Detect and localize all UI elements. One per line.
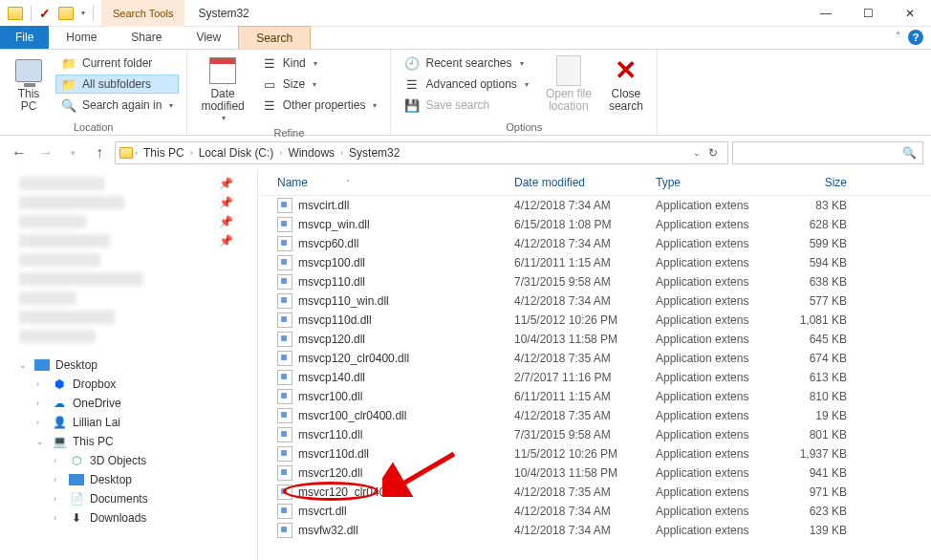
tab-home[interactable]: Home: [49, 26, 114, 49]
size-button[interactable]: ▭ Size ▾: [256, 75, 383, 94]
dll-file-icon: [277, 523, 292, 538]
chevron-down-icon: ▾: [313, 80, 316, 89]
column-header-date[interactable]: Date modified: [514, 176, 656, 189]
tab-search[interactable]: Search: [238, 26, 311, 49]
expand-icon[interactable]: ›: [36, 398, 46, 408]
advanced-options-button[interactable]: ☰ Advanced options ▾: [399, 75, 533, 94]
kind-button[interactable]: ☰ Kind ▾: [256, 54, 383, 73]
column-header-type[interactable]: Type: [656, 176, 770, 189]
expand-icon[interactable]: ⌄: [19, 360, 29, 370]
nav-downloads[interactable]: ›⬇Downloads: [0, 508, 257, 528]
file-row[interactable]: msvcirt.dll4/12/2018 7:34 AMApplication …: [258, 196, 931, 215]
pc-icon: [15, 59, 42, 82]
column-header-name[interactable]: Name˄: [277, 176, 514, 189]
file-row[interactable]: msvcp110.dll7/31/2015 9:58 AMApplication…: [258, 272, 931, 291]
back-button[interactable]: ←: [8, 141, 31, 164]
history-dropdown-icon[interactable]: ⌄: [693, 148, 701, 158]
window-title: System32: [184, 7, 262, 20]
address-bar[interactable]: › This PC › Local Disk (C:) › Windows › …: [115, 141, 728, 164]
file-row[interactable]: msvcp140.dll2/7/2017 11:16 PMApplication…: [258, 368, 931, 387]
quick-access-item[interactable]: [0, 289, 257, 308]
close-button[interactable]: ✕: [889, 0, 931, 27]
new-folder-icon[interactable]: [58, 7, 74, 20]
file-row[interactable]: msvcr120_clr0400.dll4/12/2018 7:35 AMApp…: [258, 483, 931, 502]
file-size: 674 KB: [770, 352, 847, 365]
folder-icon[interactable]: [8, 7, 23, 20]
recent-locations-dropdown[interactable]: ▾: [61, 141, 84, 164]
ribbon-collapse-icon[interactable]: ˄: [896, 31, 900, 41]
date-modified-button[interactable]: Date modified ▾: [195, 54, 249, 125]
other-properties-button[interactable]: ☰ Other properties ▾: [256, 96, 383, 115]
nav-documents[interactable]: ›📄Documents: [0, 489, 257, 508]
nav-dropbox[interactable]: ›⬢Dropbox: [0, 375, 257, 394]
properties-icon[interactable]: ✓: [39, 6, 51, 21]
qat-dropdown-icon[interactable]: ▾: [81, 9, 85, 17]
chevron-right-icon[interactable]: ›: [279, 148, 282, 158]
nav-onedrive[interactable]: ›☁OneDrive: [0, 394, 257, 413]
file-row[interactable]: msvcr100_clr0400.dll4/12/2018 7:35 AMApp…: [258, 406, 931, 425]
quick-access-item[interactable]: 📌: [0, 193, 257, 212]
nav-desktop-2[interactable]: ›Desktop: [0, 470, 257, 489]
expand-icon[interactable]: ›: [54, 494, 63, 504]
all-subfolders-button[interactable]: 📁 All subfolders: [55, 75, 179, 94]
expand-icon[interactable]: ⌄: [36, 437, 46, 446]
file-row[interactable]: msvcp110d.dll11/5/2012 10:26 PMApplicati…: [258, 311, 931, 330]
refresh-icon[interactable]: ↻: [708, 146, 718, 160]
minimize-button[interactable]: —: [805, 0, 847, 27]
search-input[interactable]: 🔍: [732, 141, 923, 164]
breadcrumb-this-pc[interactable]: This PC: [140, 146, 188, 160]
nav-3d-objects[interactable]: ›⬡3D Objects: [0, 451, 257, 470]
search-again-button[interactable]: 🔍 Search again in ▾: [55, 96, 179, 115]
quick-access-item[interactable]: [0, 250, 257, 269]
expand-icon[interactable]: ›: [36, 418, 46, 427]
user-icon: 👤: [52, 416, 67, 429]
recent-searches-button[interactable]: 🕘 Recent searches ▾: [399, 54, 533, 73]
chevron-right-icon[interactable]: ›: [340, 148, 343, 158]
file-row[interactable]: msvcr120.dll10/4/2013 11:58 PMApplicatio…: [258, 463, 931, 483]
navigation-pane[interactable]: 📌 📌 📌 📌 ⌄Desktop ›⬢Dropbox ›☁OneDrive ›👤…: [0, 170, 258, 560]
chevron-right-icon[interactable]: ›: [190, 148, 193, 158]
maximize-button[interactable]: ☐: [847, 0, 889, 27]
file-row[interactable]: msvcr110.dll7/31/2015 9:58 AMApplication…: [258, 425, 931, 444]
nav-user[interactable]: ›👤Lillian Lai: [0, 413, 257, 432]
file-row[interactable]: msvcp100.dll6/11/2011 1:15 AMApplication…: [258, 253, 931, 272]
expand-icon[interactable]: ›: [36, 379, 46, 389]
current-folder-button[interactable]: 📁 Current folder: [55, 54, 179, 73]
close-search-button[interactable]: ✕ Close search: [603, 54, 649, 115]
tab-file[interactable]: File: [0, 26, 49, 49]
this-pc-button[interactable]: This PC: [8, 54, 50, 115]
chevron-right-icon[interactable]: ›: [135, 148, 138, 158]
expand-icon[interactable]: ›: [54, 456, 63, 465]
file-row[interactable]: msvcp60.dll4/12/2018 7:34 AMApplication …: [258, 234, 931, 253]
expand-icon[interactable]: ›: [54, 475, 63, 485]
file-row[interactable]: msvcrt.dll4/12/2018 7:34 AMApplication e…: [258, 502, 931, 521]
quick-access-item[interactable]: 📌: [0, 231, 257, 250]
breadcrumb-windows[interactable]: Windows: [284, 146, 338, 160]
quick-access-item[interactable]: 📌: [0, 212, 257, 231]
file-row[interactable]: msvcr100.dll6/11/2011 1:15 AMApplication…: [258, 387, 931, 406]
breadcrumb-system32[interactable]: System32: [345, 146, 403, 160]
tab-share[interactable]: Share: [114, 26, 179, 49]
nav-label: Desktop: [55, 358, 97, 372]
file-row[interactable]: msvfw32.dll4/12/2018 7:34 AMApplication …: [258, 521, 931, 540]
nav-this-pc[interactable]: ⌄💻This PC: [0, 432, 257, 451]
up-button[interactable]: ↑: [88, 141, 111, 164]
quick-access-item[interactable]: [0, 327, 257, 346]
file-row[interactable]: msvcp120.dll10/4/2013 11:58 PMApplicatio…: [258, 330, 931, 349]
file-row[interactable]: msvcp_win.dll6/15/2018 1:08 PMApplicatio…: [258, 215, 931, 234]
breadcrumb-local-disk[interactable]: Local Disk (C:): [195, 146, 278, 160]
quick-access-item[interactable]: [0, 269, 257, 289]
tab-view[interactable]: View: [179, 26, 238, 49]
help-icon[interactable]: ?: [908, 30, 923, 45]
column-header-size[interactable]: Size: [770, 176, 847, 189]
file-row[interactable]: msvcp120_clr0400.dll4/12/2018 7:35 AMApp…: [258, 349, 931, 368]
nav-desktop[interactable]: ⌄Desktop: [0, 355, 257, 375]
file-row[interactable]: msvcr110d.dll11/5/2012 10:26 PMApplicati…: [258, 444, 931, 463]
file-row[interactable]: msvcp110_win.dll4/12/2018 7:34 AMApplica…: [258, 291, 931, 311]
dll-file-icon: [277, 274, 292, 290]
forward-button[interactable]: →: [34, 141, 57, 164]
quick-access-item[interactable]: 📌: [0, 174, 257, 193]
expand-icon[interactable]: ›: [54, 513, 63, 523]
quick-access-item[interactable]: [0, 308, 257, 327]
recent-icon: 🕘: [404, 55, 420, 71]
